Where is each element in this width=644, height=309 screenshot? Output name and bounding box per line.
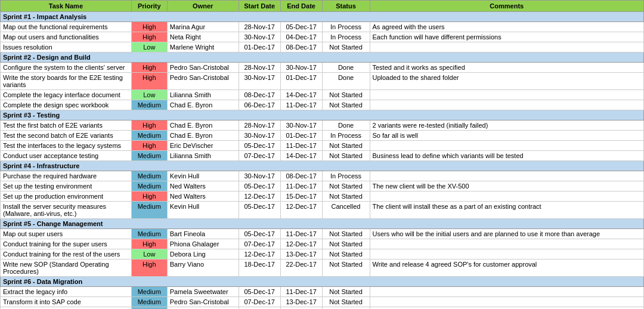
task-name: Write new SOP (Standard Operating Proced… xyxy=(1,259,132,277)
task-status: Not Started xyxy=(322,287,370,297)
task-end-date: 14-Dec-17 xyxy=(280,151,322,161)
task-comments: Tested and it works as specified xyxy=(370,63,644,73)
task-comments: The client will install these as a part … xyxy=(370,202,644,219)
task-comments: Each function will have different permis… xyxy=(370,32,644,42)
sprint-header: Sprint #4 - Infrastructure xyxy=(1,161,644,171)
table-row: Write new SOP (Standard Operating Proced… xyxy=(1,259,644,277)
task-status: Not Started xyxy=(322,141,370,151)
task-name: Set up the production environment xyxy=(1,191,132,202)
task-end-date: 11-Dec-17 xyxy=(280,229,322,239)
table-row: Test the interfaces to the legacy system… xyxy=(1,141,644,151)
task-name: Load the extracts into the SAP system xyxy=(1,307,132,310)
task-comments xyxy=(370,307,644,310)
task-start-date: 12-Dec-17 xyxy=(239,191,280,202)
task-start-date: 01-Dec-17 xyxy=(239,42,280,52)
task-priority: High xyxy=(131,32,167,42)
project-table: Task Name Priority Owner Start Date End … xyxy=(0,0,644,309)
task-priority: Low xyxy=(131,42,167,52)
task-name: Install the server security measures (Ma… xyxy=(1,202,132,219)
task-comments xyxy=(370,171,644,181)
task-priority: High xyxy=(131,239,167,249)
task-start-date: 08-Dec-17 xyxy=(239,90,280,100)
task-owner: Bart Fineola xyxy=(167,229,239,239)
header-start: Start Date xyxy=(239,1,280,12)
task-priority: High xyxy=(131,191,167,202)
task-comments: 2 variants were re-tested (initially fai… xyxy=(370,120,644,131)
task-end-date: 30-Nov-17 xyxy=(280,120,322,131)
task-comments xyxy=(370,90,644,100)
task-name: Configure the system to the clients' ser… xyxy=(1,63,132,73)
task-start-date: 18-Dec-17 xyxy=(239,259,280,277)
task-owner: Pamela Sweetwater xyxy=(167,287,239,297)
task-owner: Marlene Wright xyxy=(167,42,239,52)
table-row: Set up the production environmentHighNed… xyxy=(1,191,644,202)
task-comments: Uploaded to the shared folder xyxy=(370,73,644,90)
task-status: Cancelled xyxy=(322,202,370,219)
task-name: Purchase the required hardware xyxy=(1,171,132,181)
table-row: Set up the testing environmentMediumNed … xyxy=(1,181,644,191)
task-name: Set up the testing environment xyxy=(1,181,132,191)
task-end-date: 11-Dec-17 xyxy=(280,141,322,151)
sprint-header: Sprint #5 - Change Management xyxy=(1,219,644,229)
task-priority: Medium xyxy=(131,287,167,297)
task-end-date: 12-Dec-17 xyxy=(280,239,322,249)
task-status: In Process xyxy=(322,32,370,42)
task-owner: Lilianna Smith xyxy=(167,151,239,161)
task-owner: Pamela Sweetwater xyxy=(167,307,239,310)
task-priority: High xyxy=(131,259,167,277)
task-priority: Medium xyxy=(131,151,167,161)
table-row: Transform it into SAP codeMediumPedro Sa… xyxy=(1,297,644,307)
task-end-date: 08-Dec-17 xyxy=(280,171,322,181)
task-priority: High xyxy=(131,63,167,73)
task-name: Map out super users xyxy=(1,229,132,239)
task-comments: The new client will be the XV-500 xyxy=(370,181,644,191)
task-priority: High xyxy=(131,141,167,151)
task-priority: Medium xyxy=(131,171,167,181)
task-name: Conduct user acceptance testing xyxy=(1,151,132,161)
table-row: Test the second batch of E2E variantsMed… xyxy=(1,131,644,141)
task-owner: Ned Walters xyxy=(167,181,239,191)
task-name: Test the second batch of E2E variants xyxy=(1,131,132,141)
table-row: Extract the legacy infoMediumPamela Swee… xyxy=(1,287,644,297)
task-start-date: 28-Nov-17 xyxy=(239,63,280,73)
task-status: Not Started xyxy=(322,191,370,202)
task-status: Not Started xyxy=(322,297,370,307)
table-row: Map out the functional requirementsHighM… xyxy=(1,22,644,32)
table-row: Install the server security measures (Ma… xyxy=(1,202,644,219)
task-status: Not Started xyxy=(322,307,370,310)
task-priority: High xyxy=(131,73,167,90)
table-row: Complete the legacy interface documentLo… xyxy=(1,90,644,100)
task-priority: Low xyxy=(131,90,167,100)
task-end-date: 01-Dec-17 xyxy=(280,131,322,141)
header-end: End Date xyxy=(280,1,322,12)
task-owner: Chad E. Byron xyxy=(167,131,239,141)
task-start-date: 14-Dec-17 xyxy=(239,307,280,310)
task-start-date: 05-Dec-17 xyxy=(239,229,280,239)
task-comments xyxy=(370,191,644,202)
task-end-date: 11-Dec-17 xyxy=(280,100,322,110)
task-start-date: 30-Nov-17 xyxy=(239,171,280,181)
task-comments xyxy=(370,100,644,110)
sprint-header: Sprint #2 - Design and Build xyxy=(1,52,644,63)
task-name: Issues resolution xyxy=(1,42,132,52)
task-owner: Ned Walters xyxy=(167,191,239,202)
table-row: Conduct training for the super usersHigh… xyxy=(1,239,644,249)
task-priority: High xyxy=(131,22,167,32)
task-start-date: 28-Nov-17 xyxy=(239,120,280,131)
sprint-title: Sprint #2 - Design and Build xyxy=(1,52,644,63)
task-priority: Medium xyxy=(131,307,167,310)
task-name: Write the story boards for the E2E testi… xyxy=(1,73,132,90)
task-owner: Debora Ling xyxy=(167,249,239,259)
task-priority: High xyxy=(131,120,167,131)
sprint-header: Sprint #6 - Data Migration xyxy=(1,277,644,287)
task-priority: Medium xyxy=(131,181,167,191)
task-status: In Process xyxy=(322,171,370,181)
task-status: In Process xyxy=(322,131,370,141)
table-row: Map out super usersMediumBart Fineola05-… xyxy=(1,229,644,239)
sprint-header: Sprint #1 - Impact Analysis xyxy=(1,12,644,22)
task-start-date: 06-Dec-17 xyxy=(239,100,280,110)
task-end-date: 13-Dec-17 xyxy=(280,297,322,307)
sprint-title: Sprint #3 - Testing xyxy=(1,110,644,120)
sprint-title: Sprint #5 - Change Management xyxy=(1,219,644,229)
task-start-date: 30-Nov-17 xyxy=(239,131,280,141)
